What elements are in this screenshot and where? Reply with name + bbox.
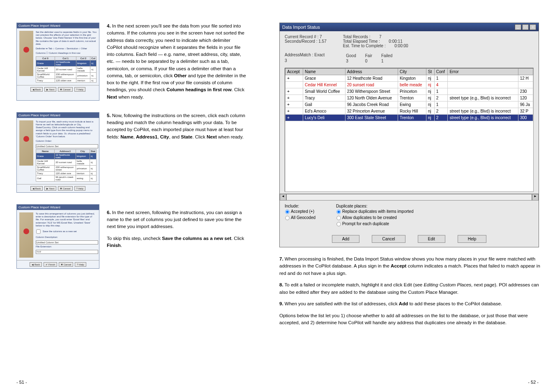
duplicate-options: Duplicate places: Replace duplicates wit…: [336, 204, 413, 228]
cancel-button[interactable]: ✖ Cancel: [58, 186, 72, 191]
help-button[interactable]: ? Help: [74, 87, 85, 92]
table-row[interactable]: +Tracy120 North Olden AvenueTrentonnj2st…: [286, 95, 533, 101]
table-row[interactable]: +Gail96 Jacobs Creek RoadEwingnj196 Ja: [286, 101, 533, 108]
next-button[interactable]: ▶ Next: [44, 87, 56, 92]
table-row[interactable]: +Small World Coffee230 Witherspoon Stree…: [286, 88, 533, 95]
step-7-text: 7. When processing is finished, the Data…: [279, 256, 542, 277]
step-4-text: 4. In the next screen you'll see the dat…: [107, 23, 246, 101]
file-extension-input[interactable]: TXT: [36, 250, 98, 254]
cancel-button[interactable]: ✖ Cancel: [58, 87, 72, 92]
back-button[interactable]: ◀ Back: [30, 186, 43, 191]
step-9-text: 9. When you are satisfied with the list …: [279, 300, 542, 307]
help-button[interactable]: Help: [458, 235, 487, 243]
maximize-icon[interactable]: □: [522, 24, 529, 30]
scroll-right-icon[interactable]: ►: [532, 194, 539, 201]
include-accepted-radio[interactable]: [285, 210, 289, 214]
close-icon[interactable]: ×: [530, 24, 536, 30]
options-text: Options below the list let you 1) choose…: [279, 312, 542, 327]
include-options: Include: Accepted (+) All Geocoded: [285, 204, 315, 228]
back-button[interactable]: ◀ Back: [30, 87, 43, 92]
minimize-icon[interactable]: _: [515, 24, 521, 30]
page-number-right: - 52 -: [528, 380, 539, 385]
cancel-button[interactable]: Cancel: [372, 235, 405, 243]
table-row[interactable]: +Ed's Amoco32 Princeton AvenueRocky Hill…: [286, 108, 533, 115]
data-import-status-window: Data Import Status _ □ × Current Record …: [279, 23, 539, 247]
step-5-text: 5. Now, following the instructions on th…: [107, 112, 246, 193]
replace-duplicates-radio[interactable]: [336, 210, 341, 214]
edit-button[interactable]: Edit: [418, 235, 445, 243]
wizard-preview-table: Col 0Col 1Col 2Col Grace12 heathcote roa…: [36, 56, 97, 83]
step-8-text: 8. To edit a failed or incomplete match,…: [279, 281, 542, 296]
back-button[interactable]: ◀ Back: [30, 262, 42, 267]
table-row[interactable]: Cedar Hill Kennel20 sunset roadbelle mea…: [286, 82, 533, 88]
address-match-grid[interactable]: AcceptNameAddress CityStConf Error +Grac…: [285, 68, 534, 192]
table-row[interactable]: +Lucy's Deli300 East State StreetTrenton…: [286, 115, 533, 121]
wizard-sidebar-image: [19, 31, 33, 76]
wizard-step-6-thumb: Custom Place Import Wizard To save this …: [16, 204, 99, 269]
help-button[interactable]: ? Help: [74, 186, 85, 191]
include-all-radio[interactable]: [285, 216, 289, 220]
prompt-duplicates-radio[interactable]: [336, 222, 341, 226]
column-description-input[interactable]: Untitled Column Set: [36, 240, 98, 244]
wizard-title: Custom Place Import Wizard: [17, 23, 99, 28]
step-6-text: 6. In the next screen, following the ins…: [107, 204, 246, 269]
cancel-button[interactable]: ✖ Cancel: [59, 262, 73, 267]
window-title: Data Import Status: [282, 25, 320, 30]
allow-duplicates-radio[interactable]: [336, 216, 341, 220]
save-columns-checkbox[interactable]: [36, 229, 40, 233]
column-order-select[interactable]: Untitled Column Set: [36, 144, 98, 148]
wizard-step-4-thumb: Custom Place Import Wizard Set the delim…: [16, 23, 99, 101]
scroll-left-icon[interactable]: ◄: [280, 194, 286, 201]
add-button[interactable]: Add: [332, 235, 360, 243]
wizard-step-5-thumb: Custom Place Import Wizard To import you…: [16, 112, 99, 193]
help-button[interactable]: ? Help: [75, 262, 86, 267]
table-row[interactable]: +Grace12 Heathcote RoadKingstonnj112 H: [286, 75, 533, 82]
page-number-left: - 51 -: [16, 380, 27, 385]
finish-button[interactable]: ✔ Finish: [44, 262, 57, 267]
next-button[interactable]: ▶ Next: [44, 186, 56, 191]
